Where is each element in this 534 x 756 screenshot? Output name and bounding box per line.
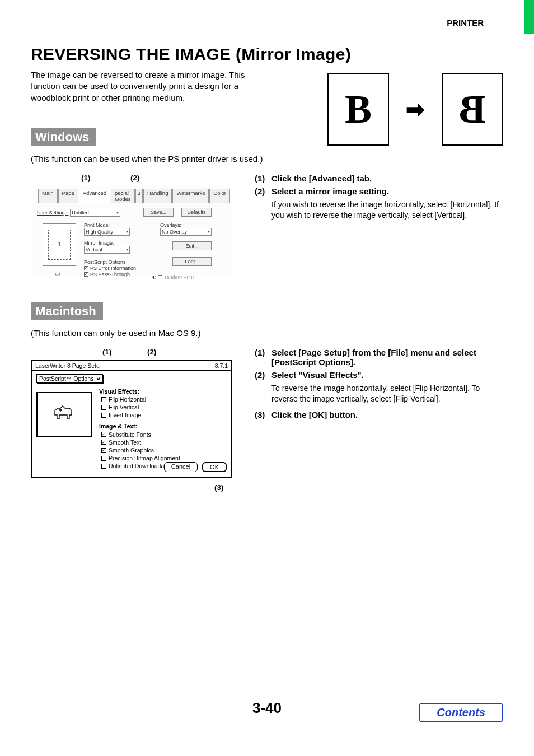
flip-vertical-checkbox[interactable]: Flip Vertical	[101, 403, 188, 411]
callout-line	[219, 470, 219, 482]
mac-title-right: 8.7.1	[215, 362, 228, 369]
instr-heading: Select "Visual Effects".	[271, 370, 364, 380]
instr-num: (1)	[255, 348, 271, 367]
ps-options-label: PostScript Options	[84, 259, 136, 265]
smooth-text-checkbox[interactable]: ✓Smooth Text	[101, 438, 188, 446]
mirror-original: B	[327, 73, 389, 146]
mirror-figure: B ➡ B	[327, 73, 503, 146]
preview-page: 1	[48, 230, 71, 260]
user-settings-label: User Settings:	[37, 210, 69, 216]
overlays-label: Overlays:	[160, 222, 212, 228]
tab-paper[interactable]: Pape	[58, 189, 78, 203]
mirror-image-select[interactable]: Vertical	[84, 246, 130, 254]
precision-bitmap-checkbox[interactable]: Precision Bitmap Alignment	[101, 454, 188, 462]
tab-watermarks[interactable]: Watermarks	[172, 189, 209, 203]
tandem-checkbox[interactable]: ◐Tandem Print	[152, 274, 194, 280]
page-title: REVERSING THE IMAGE (Mirror Image)	[31, 45, 503, 64]
contents-link[interactable]: Contents	[419, 703, 503, 722]
tandem-label: Tandem Print	[164, 274, 194, 280]
tab-j[interactable]: J	[135, 189, 143, 203]
preview-mini-icon: ▭	[55, 270, 60, 277]
ps-pass-label: PS Pass-Through	[90, 272, 130, 277]
ps-error-label: PS Error Information	[90, 265, 136, 271]
mac-note: (This function can only be used in Mac O…	[31, 328, 503, 338]
dog-icon	[53, 404, 76, 424]
edit-button[interactable]: Edit...	[172, 241, 212, 250]
mac-title-left: LaserWriter 8 Page Setu	[35, 362, 100, 369]
windows-screenshot: (1) (2) Main Pape Advanced pecial Modes …	[31, 174, 232, 280]
instr-num: (1)	[255, 174, 271, 183]
user-settings-select[interactable]: Untitled	[70, 209, 120, 217]
header-label: PRINTER	[447, 18, 484, 27]
save-button[interactable]: Save...	[143, 208, 174, 217]
mac-callout-3: (3)	[214, 483, 224, 492]
cancel-button[interactable]: Cancel	[164, 462, 198, 472]
ps-error-checkbox[interactable]: ✓PS Error Information	[84, 265, 136, 271]
ps-pass-checkbox[interactable]: ✓PS Pass-Through	[84, 272, 136, 277]
instr-num: (2)	[255, 186, 271, 196]
tab-handling[interactable]: Handling	[143, 189, 172, 203]
overlays-select[interactable]: No Overlay	[160, 228, 212, 236]
windows-note: (This function can be used when the PS p…	[31, 154, 503, 164]
instr-num: (3)	[255, 410, 271, 419]
mirror-reversed: B	[442, 73, 503, 146]
windows-section-label: Windows	[31, 128, 96, 146]
instr-heading: Select a mirror image setting.	[271, 186, 389, 196]
tab-advanced[interactable]: Advanced	[79, 189, 110, 203]
flip-horizontal-checkbox[interactable]: Flip Horizontal	[101, 395, 188, 403]
windows-instructions: (1) Click the [Advanced] tab. (2) Select…	[255, 174, 503, 226]
mac-preview	[36, 392, 92, 437]
win-tabs: Main Pape Advanced pecial Modes J Handli…	[31, 186, 232, 203]
mac-titlebar: LaserWriter 8 Page Setu 8.7.1	[32, 361, 231, 371]
mac-callout-1: (1)	[102, 348, 112, 356]
instr-sub: If you wish to reverse the image horizon…	[271, 199, 503, 221]
defaults-button[interactable]: Defaults	[181, 208, 212, 217]
instr-heading: Click the [Advanced] tab.	[271, 174, 372, 183]
instr-heading: Select [Page Setup] from the [File] menu…	[271, 348, 503, 367]
print-preview: 1	[43, 223, 76, 266]
tab-main[interactable]: Main	[38, 189, 58, 203]
postscript-options-select[interactable]: PostScript™ Options	[36, 374, 103, 383]
tab-color[interactable]: Color	[209, 189, 230, 203]
instr-num: (2)	[255, 370, 271, 380]
print-mode-select[interactable]: High Quality	[84, 228, 130, 236]
mac-section-label: Macintosh	[31, 302, 103, 320]
instr-sub: To reverse the image horizontally, selec…	[271, 383, 503, 404]
mac-callout-2: (2)	[147, 348, 157, 356]
image-text-group: Image & Text:	[99, 422, 188, 430]
invert-image-checkbox[interactable]: Invert Image	[101, 411, 188, 419]
print-mode-label: Print Mode:	[84, 222, 130, 228]
tab-special-modes[interactable]: pecial Modes	[111, 189, 135, 203]
visual-effects-group: Visual Effects:	[99, 388, 188, 395]
mirror-image-label: Mirror Image:	[84, 240, 130, 246]
win-callout-1: (1)	[81, 174, 91, 182]
substitute-fonts-checkbox[interactable]: ✓Substitute Fonts	[101, 431, 188, 438]
win-callout-2: (2)	[130, 174, 140, 182]
smooth-graphics-checkbox[interactable]: ✓Smooth Graphics	[101, 446, 188, 454]
ok-button[interactable]: OK	[202, 462, 227, 472]
font-button[interactable]: Font...	[172, 257, 212, 266]
arrow-icon: ➡	[406, 96, 425, 122]
header-green-bar	[524, 0, 534, 34]
mac-screenshot: (1) (2) LaserWriter 8 Page Setu 8.7.1 Po…	[31, 348, 232, 499]
page-subtitle: The image can be reversed to create a mi…	[31, 69, 266, 104]
mac-instructions: (1) Select [Page Setup] from the [File] …	[255, 348, 503, 423]
instr-heading: Click the [OK] button.	[271, 410, 358, 419]
